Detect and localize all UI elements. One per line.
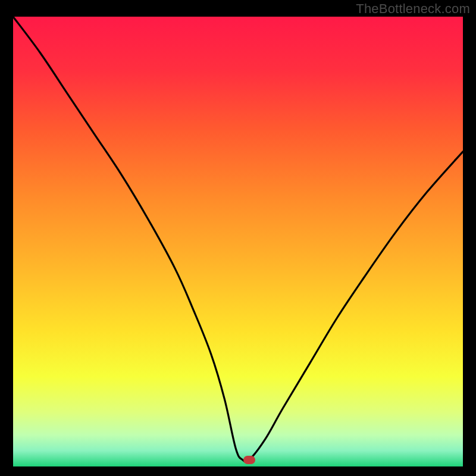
optimum-marker <box>243 456 255 464</box>
plot-svg <box>13 17 463 466</box>
plot-area <box>13 17 463 466</box>
gradient-background <box>13 17 463 466</box>
watermark-text: TheBottleneck.com <box>356 1 470 17</box>
chart-frame: TheBottleneck.com <box>0 0 476 476</box>
